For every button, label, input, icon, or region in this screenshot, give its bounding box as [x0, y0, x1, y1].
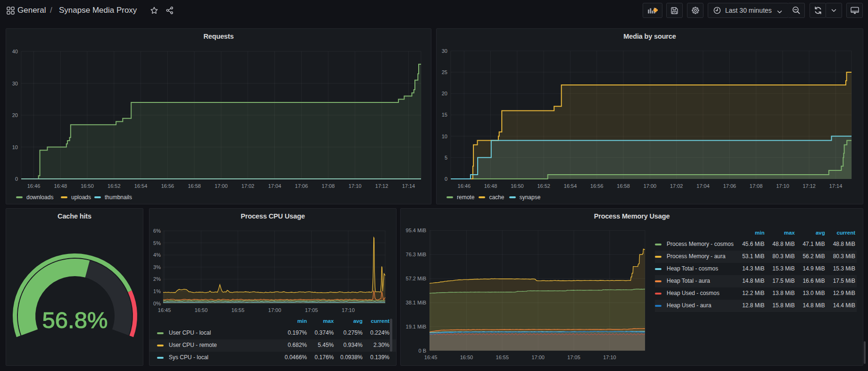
- svg-text:76.3 MiB: 76.3 MiB: [406, 252, 426, 257]
- svg-text:16:58: 16:58: [617, 183, 630, 189]
- svg-text:16:50: 16:50: [81, 183, 94, 189]
- svg-text:17:10: 17:10: [603, 354, 616, 360]
- svg-text:16:46: 16:46: [458, 183, 471, 189]
- svg-text:16:56: 16:56: [590, 183, 603, 189]
- svg-text:17:04: 17:04: [696, 183, 710, 189]
- svg-text:17:00: 17:00: [215, 183, 228, 189]
- svg-text:16:50: 16:50: [460, 354, 473, 360]
- svg-text:10: 10: [12, 144, 18, 150]
- svg-text:17:12: 17:12: [375, 183, 389, 189]
- svg-text:1%: 1%: [153, 288, 161, 294]
- svg-text:17:05: 17:05: [305, 307, 318, 313]
- svg-text:20: 20: [442, 91, 447, 96]
- svg-text:6%: 6%: [153, 228, 161, 234]
- svg-text:17:08: 17:08: [750, 183, 763, 189]
- svg-text:16:54: 16:54: [134, 183, 148, 189]
- svg-text:16:55: 16:55: [231, 307, 245, 313]
- svg-text:30: 30: [12, 81, 18, 86]
- svg-text:17:10: 17:10: [776, 183, 789, 189]
- svg-text:17:00: 17:00: [531, 354, 545, 360]
- svg-text:30: 30: [442, 48, 447, 54]
- svg-text:17:06: 17:06: [723, 183, 736, 189]
- svg-text:17:02: 17:02: [241, 183, 255, 189]
- svg-text:0: 0: [445, 176, 447, 182]
- svg-text:17:04: 17:04: [268, 183, 281, 189]
- svg-text:25: 25: [442, 69, 447, 75]
- svg-text:17:10: 17:10: [342, 307, 355, 313]
- svg-text:0 B: 0 B: [418, 348, 426, 354]
- svg-text:16:54: 16:54: [564, 183, 577, 189]
- svg-text:95.4 MiB: 95.4 MiB: [406, 228, 426, 233]
- svg-text:0%: 0%: [153, 301, 161, 306]
- svg-text:17:05: 17:05: [567, 354, 580, 360]
- svg-text:17:14: 17:14: [829, 183, 843, 189]
- svg-text:20: 20: [12, 112, 18, 118]
- svg-text:5: 5: [445, 155, 447, 160]
- svg-text:17:12: 17:12: [802, 183, 816, 189]
- svg-text:16:45: 16:45: [158, 307, 171, 313]
- svg-text:19.1 MiB: 19.1 MiB: [406, 324, 426, 329]
- svg-text:17:10: 17:10: [348, 183, 362, 189]
- svg-text:3%: 3%: [153, 264, 161, 270]
- svg-text:10: 10: [442, 134, 447, 139]
- svg-text:17:08: 17:08: [322, 183, 335, 189]
- svg-text:56.8%: 56.8%: [42, 307, 108, 333]
- svg-text:16:56: 16:56: [161, 183, 174, 189]
- svg-text:16:50: 16:50: [195, 307, 208, 313]
- svg-text:16:48: 16:48: [54, 183, 67, 189]
- svg-text:5%: 5%: [153, 240, 161, 246]
- svg-text:40: 40: [12, 49, 18, 54]
- svg-text:16:52: 16:52: [107, 183, 121, 189]
- svg-text:16:50: 16:50: [511, 183, 524, 189]
- svg-text:0: 0: [15, 176, 18, 182]
- svg-text:16:48: 16:48: [484, 183, 497, 189]
- svg-text:16:58: 16:58: [188, 183, 201, 189]
- svg-text:17:06: 17:06: [295, 183, 308, 189]
- svg-text:15: 15: [442, 112, 447, 118]
- svg-text:17:14: 17:14: [402, 183, 415, 189]
- svg-text:2%: 2%: [153, 276, 161, 282]
- svg-text:16:52: 16:52: [537, 183, 550, 189]
- svg-text:16:45: 16:45: [424, 354, 438, 360]
- svg-text:17:00: 17:00: [268, 307, 281, 313]
- svg-text:17:02: 17:02: [670, 183, 683, 189]
- svg-text:17:00: 17:00: [644, 183, 657, 189]
- svg-text:16:46: 16:46: [27, 183, 41, 189]
- svg-text:16:55: 16:55: [496, 354, 509, 360]
- svg-text:57.2 MiB: 57.2 MiB: [406, 276, 426, 281]
- svg-text:4%: 4%: [153, 252, 161, 258]
- svg-text:38.1 MiB: 38.1 MiB: [406, 300, 426, 305]
